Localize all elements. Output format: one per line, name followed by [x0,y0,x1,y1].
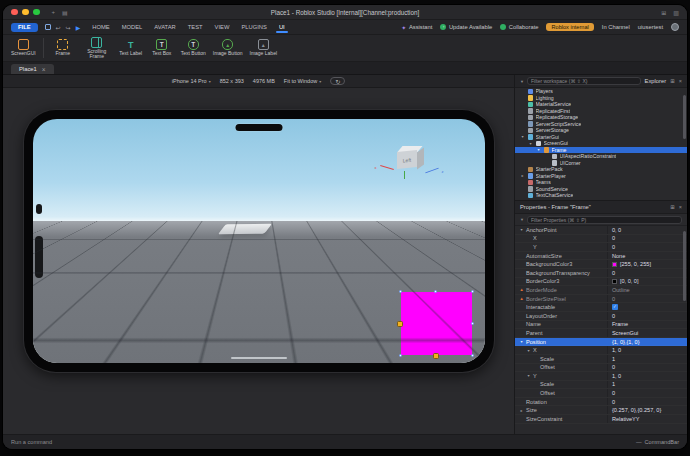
property-row-bordercolor3[interactable]: BorderColor3 [0, 0, 0] [515,278,687,287]
update-available-button[interactable]: ↑ Update Available [440,24,492,30]
property-row-parent[interactable]: Parent ScreenGui [515,329,687,338]
chevron-down-icon[interactable]: ▾ [526,348,531,353]
undo-icon[interactable]: ↩ [56,24,61,31]
tab-ui[interactable]: UI [278,22,286,33]
tab-model[interactable]: MODEL [121,22,144,33]
property-row-position-y-offset[interactable]: Offset 0 [515,389,687,398]
property-row-backgroundtransparency[interactable]: BackgroundTransparency 0 [515,269,687,278]
property-row-name[interactable]: Name Frame [515,321,687,330]
property-row-position[interactable]: ▾Position {1, 0},{1, 0} [515,338,687,347]
constraint-badge[interactable] [433,353,439,359]
chevron-down-icon[interactable]: ▾ [519,227,524,232]
text-button-tool-button[interactable]: T Text Button [181,39,206,57]
text-label-tool-button[interactable]: T Text Label [119,39,143,57]
property-row-position-x-scale[interactable]: Scale 1 [515,355,687,364]
assistant-button[interactable]: ✦ Assistant [401,24,432,31]
file-menu-button[interactable]: FILE [11,23,38,32]
add-icon[interactable]: + [52,9,56,16]
x-axis-handle[interactable] [380,165,394,170]
chevron-down-icon[interactable]: ▾ [528,141,533,146]
property-row-position-x-offset[interactable]: Offset 0 [515,364,687,373]
resize-handle[interactable] [399,354,402,357]
chevron-right-icon[interactable]: ▸ [519,408,524,413]
property-row-interactable[interactable]: Interactable ✓ [515,303,687,312]
resize-handle[interactable] [399,290,402,293]
chevron-right-icon[interactable]: ▸ [520,173,525,178]
screengui-tool-button[interactable]: ScreenGUI [11,39,36,57]
selected-ui-frame[interactable] [401,292,472,355]
property-row-anchorpoint-y[interactable]: Y 0 [515,243,687,252]
layout-icon[interactable]: ▤ [62,9,68,16]
z-axis-handle[interactable] [425,168,438,174]
username-label[interactable]: uiusertest [638,24,663,30]
rotate-device-button[interactable]: ↻ [330,77,345,85]
property-row-size[interactable]: ▸Size {0.257, 0},{0.257, 0} [515,406,687,415]
frame-tool-button[interactable]: Frame [51,39,75,57]
constraint-badge[interactable] [397,321,403,327]
chevron-down-icon[interactable]: ▾ [519,339,524,344]
avatar[interactable] [671,23,679,31]
dock-icon[interactable]: ⊞ [670,204,675,210]
y-axis-handle[interactable] [404,171,405,179]
chevron-down-icon[interactable]: ▾ [536,147,541,152]
device-select[interactable]: iPhone 14 Pro ▾ [172,78,211,84]
property-row-rotation[interactable]: Rotation 0 [515,398,687,407]
redo-icon[interactable]: ↪ [66,24,71,31]
emulated-screen[interactable]: Left x z [33,119,485,363]
image-label-tool-button[interactable]: ▲ Image Label [250,39,278,57]
resize-handle[interactable] [471,354,474,357]
property-row-position-y-scale[interactable]: Scale 1 [515,381,687,390]
properties-scrollbar[interactable] [683,231,686,301]
chevron-down-icon[interactable]: ▾ [526,373,531,378]
close-icon[interactable]: × [679,78,682,84]
tab-plugins[interactable]: PLUGINS [240,22,267,33]
property-row-position-x[interactable]: ▾X 1, 0 [515,346,687,355]
command-input[interactable] [11,439,211,445]
grid-icon[interactable]: ⊞ [661,9,666,16]
titlebar[interactable]: + ▤ Place1 - Roblox Studio [Internal][Ch… [3,5,687,20]
image-button-tool-button[interactable]: ▲ Image Button [213,39,243,57]
viewport-3d-scene[interactable]: Left x z [3,88,514,434]
property-row-anchorpoint-x[interactable]: X 0 [515,235,687,244]
more-icon[interactable]: ▥ [673,9,679,16]
scrolling-frame-tool-button[interactable]: Scrolling Frame [82,37,112,60]
explorer-scrollbar[interactable] [683,95,686,139]
close-window-button[interactable] [11,9,18,16]
resize-handle[interactable] [471,322,474,325]
fit-mode-select[interactable]: Fit to Window ▾ [284,78,321,84]
tab-home[interactable]: HOME [91,22,110,33]
save-icon[interactable] [45,24,51,30]
chevron-down-icon[interactable]: ▾ [520,134,525,139]
tab-test[interactable]: TEST [187,22,204,33]
part-on-ground[interactable] [218,224,272,235]
zoom-window-button[interactable] [33,9,40,16]
color-swatch[interactable] [612,262,617,267]
minimize-window-button[interactable] [22,9,29,16]
color-swatch[interactable] [612,279,617,284]
resize-handle[interactable] [471,290,474,293]
property-row-backgroundcolor3[interactable]: BackgroundColor3 [255, 0, 255] [515,260,687,269]
property-row-sizeconstraint[interactable]: SizeConstraint RelativeYY [515,415,687,424]
close-icon[interactable]: × [679,204,682,210]
tab-view[interactable]: VIEW [214,22,231,33]
interactable-checkbox[interactable]: ✓ [612,304,618,310]
property-row-bordersizepixel[interactable]: ▲BorderSizePixel 0 [515,295,687,304]
collaborate-button[interactable]: Collaborate [500,24,538,30]
resize-handle[interactable] [434,290,437,293]
dock-icon[interactable]: ⊞ [670,78,675,84]
tab-avatar[interactable]: AVATAR [153,22,176,33]
property-row-bordermode[interactable]: ▲BorderMode Outline [515,286,687,295]
explorer-item-textchatservice[interactable]: TextChatService [515,192,687,199]
left-labeled-part[interactable]: Left x z [393,143,427,177]
place1-tab[interactable]: Place1 × [11,64,54,74]
explorer-filter-input[interactable] [527,77,641,85]
property-row-automaticsize[interactable]: AutomaticSize None [515,252,687,261]
text-box-tool-button[interactable]: T Text Box [150,39,174,57]
properties-filter-input[interactable] [527,216,682,224]
command-bar-widget-label[interactable]: — CommandBar [636,439,679,445]
close-icon[interactable]: × [42,66,46,73]
property-row-anchorpoint[interactable]: ▾AnchorPoint 0, 0 [515,226,687,235]
play-icon[interactable]: ▶ [76,24,81,31]
property-row-position-y[interactable]: ▾Y 1, 0 [515,372,687,381]
property-row-layoutorder[interactable]: LayoutOrder 0 [515,312,687,321]
